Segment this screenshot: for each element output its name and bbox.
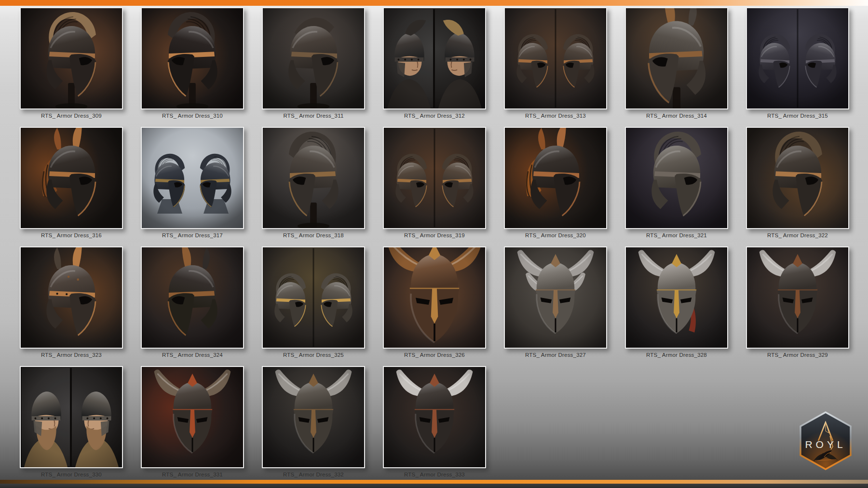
gallery-item: RTS_ Armor Dress_325 — [262, 246, 365, 358]
helmet-thumbnail[interactable] — [20, 7, 123, 109]
bottom-accent-bar — [0, 480, 868, 484]
gallery-item: RTS_ Armor Dress_322 — [746, 127, 849, 239]
thumbnail-filename: RTS_ Armor Dress_321 — [646, 232, 707, 239]
helmet-thumbnail[interactable] — [383, 7, 486, 109]
helmet-thumbnail[interactable] — [141, 7, 244, 109]
helmet-art — [21, 367, 122, 467]
helmet-art — [626, 128, 727, 228]
helmet-thumbnail[interactable] — [746, 7, 849, 109]
helmet-art — [626, 8, 727, 108]
gallery-item: RTS_ Armor Dress_318 — [262, 127, 365, 239]
gallery-item: RTS_ Armor Dress_313 — [504, 7, 607, 119]
logo-text: ROYL — [805, 439, 846, 450]
thumbnail-filename: RTS_ Armor Dress_317 — [162, 232, 223, 239]
thumbnail-filename: RTS_ Armor Dress_309 — [41, 112, 102, 119]
helmet-thumbnail[interactable] — [625, 7, 728, 109]
top-accent-bar — [0, 0, 868, 6]
thumbnail-filename: RTS_ Armor Dress_333 — [404, 471, 465, 478]
gallery-item: RTS_ Armor Dress_311 — [262, 7, 365, 119]
gallery-item: RTS_ Armor Dress_328 — [625, 246, 728, 358]
gallery-item: RTS_ Armor Dress_320 — [504, 127, 607, 239]
helmet-art — [263, 367, 364, 467]
royl-logo: ROYL — [797, 411, 854, 471]
helmet-thumbnail[interactable] — [625, 127, 728, 229]
thumbnail-filename: RTS_ Armor Dress_331 — [162, 471, 223, 478]
helmet-art — [142, 247, 243, 348]
helmet-thumbnail[interactable] — [262, 127, 365, 229]
thumbnail-filename: RTS_ Armor Dress_320 — [525, 232, 586, 239]
gallery-item: RTS_ Armor Dress_316 — [20, 127, 123, 239]
helmet-thumbnail[interactable] — [504, 246, 607, 349]
thumbnail-filename: RTS_ Armor Dress_330 — [41, 471, 102, 478]
thumbnail-filename: RTS_ Armor Dress_324 — [162, 352, 223, 358]
helmet-art — [505, 247, 606, 348]
helmet-thumbnail[interactable] — [746, 246, 849, 349]
thumbnail-filename: RTS_ Armor Dress_326 — [404, 352, 465, 358]
helmet-art — [21, 8, 122, 108]
helmet-art — [21, 247, 122, 348]
helmet-art — [747, 128, 848, 228]
gallery-item: RTS_ Armor Dress_321 — [625, 127, 728, 239]
gallery-item: RTS_ Armor Dress_327 — [504, 246, 607, 358]
helmet-thumbnail[interactable] — [141, 127, 244, 229]
gallery-item: RTS_ Armor Dress_314 — [625, 7, 728, 119]
helmet-art — [142, 128, 243, 228]
gallery-item: RTS_ Armor Dress_326 — [383, 246, 486, 358]
helmet-thumbnail[interactable] — [383, 246, 486, 349]
thumbnail-filename: RTS_ Armor Dress_313 — [525, 112, 586, 119]
gallery-item: RTS_ Armor Dress_324 — [141, 246, 244, 358]
helmet-art — [384, 8, 485, 108]
helmet-thumbnail[interactable] — [141, 246, 244, 349]
thumbnail-filename: RTS_ Armor Dress_325 — [283, 352, 344, 358]
helmet-thumbnail[interactable] — [141, 366, 244, 468]
logo-badge: ROYL — [797, 411, 854, 471]
helmet-art — [21, 128, 122, 228]
helmet-art — [384, 367, 485, 467]
helmet-thumbnail[interactable] — [504, 7, 607, 109]
thumbnail-filename: RTS_ Armor Dress_314 — [646, 112, 707, 119]
helmet-thumbnail[interactable] — [262, 246, 365, 349]
thumbnail-filename: RTS_ Armor Dress_319 — [404, 232, 465, 239]
thumbnail-filename: RTS_ Armor Dress_327 — [525, 352, 586, 358]
helmet-art — [505, 8, 606, 108]
helmet-thumbnail[interactable] — [504, 127, 607, 229]
footer-strip — [0, 484, 868, 488]
helmet-art — [142, 8, 243, 108]
gallery-item: RTS_ Armor Dress_315 — [746, 7, 849, 119]
thumbnail-filename: RTS_ Armor Dress_332 — [283, 471, 344, 478]
thumbnail-filename: RTS_ Armor Dress_322 — [767, 232, 828, 239]
gallery-item: RTS_ Armor Dress_310 — [141, 7, 244, 119]
helmet-art — [626, 247, 727, 348]
helmet-thumbnail[interactable] — [20, 246, 123, 349]
thumbnail-filename: RTS_ Armor Dress_315 — [767, 112, 828, 119]
helmet-thumbnail[interactable] — [20, 366, 123, 468]
gallery-item: RTS_ Armor Dress_330 — [20, 366, 123, 478]
helmet-thumbnail[interactable] — [262, 7, 365, 109]
gallery-item: RTS_ Armor Dress_333 — [383, 366, 486, 478]
thumbnail-filename: RTS_ Armor Dress_316 — [41, 232, 102, 239]
helmet-gallery: RTS_ Armor Dress_309 RTS_ Armor Dress_31… — [20, 7, 849, 478]
gallery-item: RTS_ Armor Dress_323 — [20, 246, 123, 358]
gallery-item: RTS_ Armor Dress_309 — [20, 7, 123, 119]
helmet-art — [142, 367, 243, 467]
gallery-item: RTS_ Armor Dress_331 — [141, 366, 244, 478]
thumbnail-filename: RTS_ Armor Dress_329 — [767, 352, 828, 358]
helmet-art — [263, 247, 364, 348]
gallery-item: RTS_ Armor Dress_332 — [262, 366, 365, 478]
helmet-thumbnail[interactable] — [20, 127, 123, 229]
helmet-thumbnail[interactable] — [383, 366, 486, 468]
thumbnail-filename: RTS_ Armor Dress_312 — [404, 112, 465, 119]
helmet-thumbnail[interactable] — [625, 246, 728, 349]
gallery-item: RTS_ Armor Dress_319 — [383, 127, 486, 239]
helmet-art — [263, 8, 364, 108]
thumbnail-filename: RTS_ Armor Dress_323 — [41, 352, 102, 358]
thumbnail-filename: RTS_ Armor Dress_310 — [162, 112, 223, 119]
gallery-item: RTS_ Armor Dress_317 — [141, 127, 244, 239]
helmet-thumbnail[interactable] — [383, 127, 486, 229]
gallery-item: RTS_ Armor Dress_312 — [383, 7, 486, 119]
thumbnail-filename: RTS_ Armor Dress_318 — [283, 232, 344, 239]
helmet-art — [263, 128, 364, 228]
helmet-art — [384, 247, 485, 348]
helmet-thumbnail[interactable] — [746, 127, 849, 229]
helmet-thumbnail[interactable] — [262, 366, 365, 468]
